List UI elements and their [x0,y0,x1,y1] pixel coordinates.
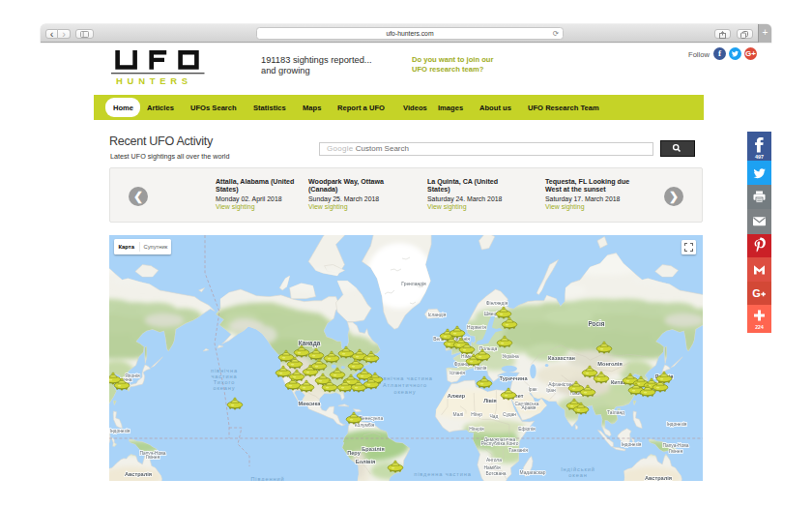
svg-text:Туреччина: Туреччина [499,375,528,381]
svg-text:Фінляндія: Фінляндія [486,301,508,306]
svg-text:224: 224 [755,324,764,330]
svg-text:Ірак: Ірак [529,387,538,392]
svg-text:північна частина: північна частина [377,375,432,381]
svg-text:Ангола: Ангола [486,458,502,463]
svg-text:Гренландія: Гренландія [401,282,426,286]
svg-text:Іран: Іран [546,388,556,393]
svg-text:Колумбія: Колумбія [355,423,375,428]
svg-text:Малі: Малі [453,412,464,417]
svg-text:Папуа-Нова: Папуа-Нова [662,443,688,448]
svg-text:Чад: Чад [490,414,499,419]
svg-text:Перу: Перу [347,450,361,456]
svg-text:Намібія: Намібія [483,465,501,470]
svg-text:HUNTERS: HUNTERS [116,75,192,86]
svg-text:Норвегія: Норвегія [467,325,486,330]
svg-text:Казахстан: Казахстан [548,355,575,361]
svg-text:497: 497 [755,154,764,160]
svg-text:Південний: Південний [250,476,284,481]
svg-text:Республіка Конго: Республіка Конго [481,441,519,446]
svg-text:Нігер: Нігер [471,412,482,417]
svg-text:Мексика: Мексика [299,401,322,406]
svg-text:Монголія: Монголія [597,361,622,367]
svg-text:Японія: Японія [125,374,140,378]
svg-text:Італія: Італія [475,366,487,371]
svg-text:Таїланд: Таїланд [607,410,624,415]
svg-text:Австралія: Австралія [645,475,672,481]
svg-text:Нігерія: Нігерія [469,427,484,432]
svg-text:Індонезія: Індонезія [622,442,642,447]
svg-text:Іспанія: Іспанія [450,371,465,375]
svg-text:Гвінея: Гвінея [669,449,682,454]
svg-text:Гвінея: Гвінея [146,455,160,460]
svg-text:Атлантичного: Атлантичного [383,382,427,388]
svg-text:Індонезія: Індонезія [667,422,687,427]
svg-text:Австралія: Австралія [125,471,152,477]
svg-text:Аравія: Аравія [521,405,536,410]
svg-text:Росія: Росія [589,320,605,327]
svg-text:Мадагаскар: Мадагаскар [520,470,546,475]
svg-text:Ісландія: Ісландія [428,313,447,317]
svg-text:океану: океану [393,389,416,395]
svg-text:G: G [752,287,761,299]
svg-text:Україна: Україна [502,354,519,359]
svg-text:Танзанія: Танзанія [508,448,528,453]
svg-text:Венесуела: Венесуела [360,416,384,421]
svg-text:південна частина: південна частина [414,471,472,477]
svg-text:океан: океан [568,472,587,478]
svg-text:океану: океану [213,385,235,391]
svg-text:Індонезія: Індонезія [110,429,130,433]
svg-text:Ефіопія: Ефіопія [518,427,536,432]
svg-text:Судан: Судан [503,412,516,417]
svg-text:Алжир: Алжир [448,393,466,399]
svg-text:Лівія: Лівія [483,398,497,403]
svg-text:Бразілія: Бразілія [362,446,384,452]
